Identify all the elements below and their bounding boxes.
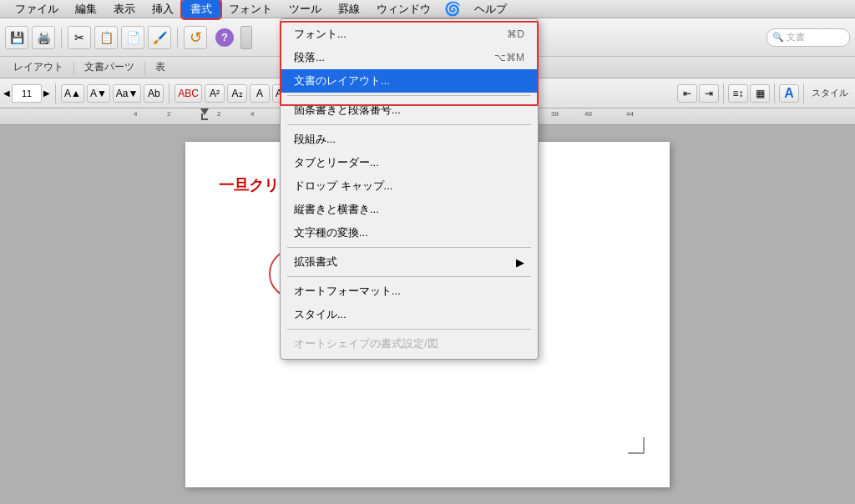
search-icon: 🔍 — [772, 32, 784, 43]
menu-item-chartype[interactable]: 文字種の変換... — [281, 221, 538, 244]
font-up-arrow: ▶ — [43, 88, 50, 98]
font-down-arrow: ◀ — [3, 88, 10, 98]
fmt-sep1 — [55, 83, 56, 103]
ruler-marker-38: 38 — [551, 110, 559, 118]
menu-item-dropcap-label: ドロップ キャップ... — [294, 179, 392, 194]
toolbar-print-icon[interactable]: 🖨️ — [32, 26, 55, 49]
menu-item-font[interactable]: フォント... ⌘D — [281, 23, 538, 46]
toolbar-save-icon[interactable]: 💾 — [5, 26, 28, 49]
menu-item-font-shortcut: ⌘D — [507, 28, 524, 40]
menu-view[interactable]: 表示 — [105, 0, 144, 18]
menu-item-paragraph-label: 段落... — [294, 50, 325, 65]
ruler-marker-2l: 2 — [167, 110, 170, 118]
subscript-btn[interactable]: A₂ — [227, 84, 247, 103]
outdent-btn[interactable]: ⇥ — [699, 84, 719, 103]
menu-insert[interactable]: 挿入 — [144, 0, 182, 18]
ruler-marker-4l: 4 — [134, 110, 137, 118]
toolbar-sep1 — [61, 28, 62, 48]
fmt-sep5 — [803, 83, 804, 103]
font-size-up-btn[interactable]: A▲ — [61, 84, 84, 103]
ruler-marker-2r: 2 — [217, 110, 220, 118]
menu-item-columns-label: 段組み... — [294, 132, 336, 147]
dropdown-overlay: フォント... ⌘D 段落... ⌥⌘M 文書のレイアウト... 箇条書きと段落… — [280, 18, 539, 360]
tab-table[interactable]: 表 — [145, 57, 175, 78]
menu-sep1 — [287, 95, 531, 96]
menu-item-textdir[interactable]: 縦書きと横書き... — [281, 198, 538, 221]
fmt-sep3 — [723, 83, 724, 103]
menu-item-document-layout-label: 文書のレイアウト... — [294, 73, 390, 88]
menu-sep5 — [287, 329, 531, 330]
columns-btn[interactable]: ▦ — [750, 84, 770, 103]
page-corner-mark — [628, 437, 645, 454]
search-placeholder: 文書 — [787, 31, 805, 43]
menu-item-tabs-label: タブとリーダー... — [294, 155, 379, 170]
font-color-btn[interactable]: ABC — [175, 84, 202, 103]
style-A-btn[interactable]: A — [779, 84, 799, 103]
menu-item-font-label: フォント... — [294, 27, 347, 42]
menu-item-list[interactable]: 箇条書きと段落番号... — [281, 98, 538, 122]
menu-item-autoformat-label: オートフォーマット... — [294, 284, 401, 299]
menu-item-textdir-label: 縦書きと横書き... — [294, 202, 379, 217]
fmt-sep4 — [774, 83, 775, 103]
menu-item-style-label: スタイル... — [294, 307, 347, 322]
menu-item-autoshape: オートシェイプの書式設定/図 — [281, 332, 538, 355]
menu-item-chartype-label: 文字種の変換... — [294, 225, 368, 240]
superscript-btn[interactable]: A² — [205, 84, 225, 103]
font-case-btn[interactable]: Aa▼ — [113, 84, 142, 103]
right-format-buttons: ⇤ ⇥ ≡↕ ▦ A スタイル — [677, 83, 852, 103]
menu-window[interactable]: ウィンドウ — [368, 0, 439, 18]
help-icon: ? — [221, 31, 228, 43]
menu-file[interactable]: ファイル — [7, 0, 67, 18]
tab-document-parts[interactable]: 文書パーツ — [74, 57, 144, 78]
menu-tools[interactable]: ツール — [281, 0, 330, 18]
line-spacing-btn[interactable]: ≡↕ — [728, 84, 748, 103]
help-button[interactable]: ? — [215, 28, 234, 47]
toolbar-copy-icon[interactable]: 📋 — [94, 26, 118, 49]
menu-sep2 — [287, 124, 531, 125]
spark-icon[interactable]: 🌀 — [444, 1, 461, 17]
search-box[interactable]: 🔍 文書 — [766, 28, 850, 47]
menu-font[interactable]: フォント — [220, 0, 281, 18]
format-dropdown-menu: フォント... ⌘D 段落... ⌥⌘M 文書のレイアウト... 箇条書きと段落… — [280, 18, 539, 360]
menu-item-paragraph[interactable]: 段落... ⌥⌘M — [281, 46, 538, 69]
font-controls: ◀ 11 ▶ — [3, 84, 50, 103]
menu-item-style[interactable]: スタイル... — [281, 303, 538, 326]
menu-item-extended[interactable]: 拡張書式 ▶ — [281, 250, 538, 274]
ruler-indent-marker[interactable] — [200, 108, 209, 115]
clear-format-btn[interactable]: Ab — [144, 84, 164, 103]
indent-btn[interactable]: ⇤ — [677, 84, 697, 103]
toolbar-undo-icon[interactable]: ↺ — [184, 26, 207, 49]
menu-item-autoformat[interactable]: オートフォーマット... — [281, 280, 538, 303]
toolbar-sep2 — [177, 28, 178, 48]
menu-help[interactable]: ヘルプ — [466, 0, 515, 18]
menu-item-paragraph-shortcut: ⌥⌘M — [494, 52, 524, 63]
submenu-arrow-icon: ▶ — [516, 256, 524, 269]
menubar: ファイル 編集 表示 挿入 書式 フォント ツール 罫線 ウィンドウ 🌀 ヘルプ — [0, 0, 855, 18]
tab-layout[interactable]: レイアウト — [3, 57, 73, 78]
menu-table[interactable]: 罫線 — [330, 0, 368, 18]
style-label: スタイル — [808, 87, 852, 99]
text-highlight-btn[interactable]: A — [250, 84, 270, 103]
menu-format[interactable]: 書式 — [182, 0, 220, 18]
font-size-down-btn[interactable]: A▼ — [87, 84, 110, 103]
toolbar-cut-icon[interactable]: ✂ — [68, 26, 91, 49]
menu-item-list-label: 箇条書きと段落番号... — [294, 103, 401, 118]
scrollbar-btn[interactable] — [240, 26, 252, 49]
menu-edit[interactable]: 編集 — [67, 0, 105, 18]
menu-item-document-layout[interactable]: 文書のレイアウト... — [281, 69, 538, 93]
menu-sep4 — [287, 276, 531, 277]
ruler-marker-44: 44 — [626, 110, 634, 118]
menu-item-extended-label: 拡張書式 — [294, 255, 337, 270]
font-size-input[interactable]: 11 — [12, 84, 42, 103]
toolbar-brush-icon[interactable]: 🖌️ — [148, 26, 171, 49]
ruler-marker-4r: 4 — [250, 110, 254, 118]
menu-item-tabs[interactable]: タブとリーダー... — [281, 151, 538, 174]
menu-sep3 — [287, 247, 531, 248]
fmt-sep2 — [169, 83, 169, 103]
ruler-marker-40: 40 — [584, 110, 592, 118]
menu-item-columns[interactable]: 段組み... — [281, 128, 538, 151]
menu-item-dropcap[interactable]: ドロップ キャップ... — [281, 174, 538, 198]
toolbar-paste-icon[interactable]: 📄 — [121, 26, 144, 49]
menu-item-autoshape-label: オートシェイプの書式設定/図 — [294, 336, 438, 351]
